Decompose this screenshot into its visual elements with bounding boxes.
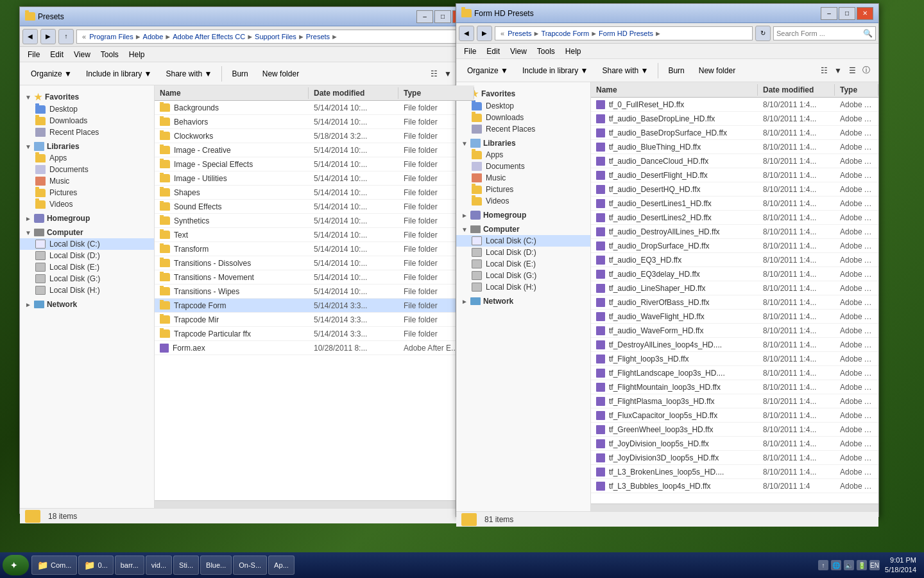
right-sidebar-music[interactable]: Music <box>456 172 590 184</box>
right-menu-view[interactable]: View <box>505 46 532 57</box>
col-header-date[interactable]: Date modified <box>309 87 398 99</box>
col-header-type[interactable]: Type <box>398 87 474 99</box>
table-row[interactable]: Text 5/14/2014 10:... File folder <box>155 228 474 242</box>
right-maximize-button[interactable]: □ <box>839 7 855 20</box>
right-sidebar-drive-h[interactable]: Local Disk (H:) <box>456 281 590 293</box>
network-header[interactable]: ► Network <box>20 299 154 310</box>
table-row[interactable]: Behaviors 5/14/2014 10:... File folder <box>155 115 474 129</box>
sidebar-item-apps[interactable]: Apps <box>20 152 154 164</box>
table-row[interactable]: Image - Creative 5/14/2014 10:... File f… <box>155 143 474 157</box>
right-organize-button[interactable]: Organize ▼ <box>461 62 514 80</box>
burn-button[interactable]: Burn <box>226 65 253 83</box>
right-help-button[interactable]: ⓘ <box>859 64 873 78</box>
table-row[interactable]: Backgrounds 5/14/2014 10:... File folder <box>155 101 474 115</box>
table-row[interactable]: tf_L3_Bubbles_loop4s_HD.ffx 8/10/2011 1:… <box>591 479 878 493</box>
right-homegroup-header[interactable]: ► Homegroup <box>456 209 590 221</box>
sidebar-item-recent-places[interactable]: Recent Places <box>20 127 154 138</box>
view-options-button[interactable]: ▼ <box>441 67 455 81</box>
table-row[interactable]: Trapcode Particular ffx 5/14/2014 3:3...… <box>155 327 474 341</box>
search-input[interactable] <box>776 30 860 37</box>
col-header-name[interactable]: Name <box>155 87 309 99</box>
right-path-presets[interactable]: Presets <box>508 30 531 37</box>
table-row[interactable]: tf_FlightLandscape_loop3s_HD.... 8/10/20… <box>591 366 878 380</box>
table-row[interactable]: tf_GreenWheel_loop3s_HD.ffx 8/10/2011 1:… <box>591 423 878 437</box>
search-box[interactable]: 🔍 <box>773 26 876 40</box>
table-row[interactable]: tf_DestroyAllLines_loop4s_HD.... 8/10/20… <box>591 338 878 352</box>
table-row[interactable]: tf_FlightMountain_loop3s_HD.ffx 8/10/201… <box>591 380 878 394</box>
sidebar-item-drive-c[interactable]: Local Disk (C:) <box>20 238 154 250</box>
sidebar-item-desktop[interactable]: Desktop <box>20 103 154 115</box>
table-row[interactable]: tf_audio_WaveForm_HD.ffx 8/10/2011 1:4..… <box>591 324 878 338</box>
table-row[interactable]: tf_FlightPlasma_loop3s_HD.ffx 8/10/2011 … <box>591 394 878 408</box>
table-row[interactable]: tf_0_FullReset_HD.ffx 8/10/2011 1:4... A… <box>591 98 878 112</box>
sidebar-item-downloads[interactable]: Downloads <box>20 115 154 127</box>
table-row[interactable]: tf_audio_LineShaper_HD.ffx 8/10/2011 1:4… <box>591 281 878 295</box>
taskbar-item-8[interactable]: Ap... <box>268 556 295 575</box>
right-path-formhd[interactable]: Form HD Presets <box>599 30 653 37</box>
taskbar-item-2[interactable]: 📁 0... <box>78 556 113 575</box>
right-view-details-button[interactable]: ☷ <box>817 64 831 78</box>
right-menu-help[interactable]: Help <box>560 46 586 57</box>
table-row[interactable]: tf_audio_BaseDropSurface_HD.ffx 8/10/201… <box>591 126 878 140</box>
right-menu-tools[interactable]: Tools <box>532 46 560 57</box>
sidebar-item-drive-e[interactable]: Local Disk (E:) <box>20 261 154 273</box>
view-details-button[interactable]: ☷ <box>427 67 441 81</box>
table-row[interactable]: tf_audio_DesertLines1_HD.ffx 8/10/2011 1… <box>591 197 878 211</box>
table-row[interactable]: tf_audio_BaseDropLine_HD.ffx 8/10/2011 1… <box>591 112 878 126</box>
table-row[interactable]: tf_audio_WaveFlight_HD.ffx 8/10/2011 1:4… <box>591 310 878 324</box>
right-sidebar-drive-e[interactable]: Local Disk (E:) <box>456 258 590 270</box>
taskbar-item-5[interactable]: Sti... <box>173 556 199 575</box>
right-back-button[interactable]: ◀ <box>459 26 474 41</box>
menu-tools[interactable]: Tools <box>96 49 124 60</box>
taskbar-item-1[interactable]: 📁 Com... <box>31 556 77 575</box>
table-row[interactable]: Transitions - Movement 5/14/2014 10:... … <box>155 270 474 285</box>
table-row[interactable]: tf_audio_DesertFlight_HD.ffx 8/10/2011 1… <box>591 168 878 182</box>
table-row[interactable]: tf_audio_DesertHQ_HD.ffx 8/10/2011 1:4..… <box>591 182 878 197</box>
forward-button[interactable]: ▶ <box>40 29 56 44</box>
right-col-header-type[interactable]: Type <box>835 84 878 96</box>
right-sidebar-downloads[interactable]: Downloads <box>456 112 590 123</box>
menu-edit[interactable]: Edit <box>45 49 69 60</box>
table-row[interactable]: Transform 5/14/2014 10:... File folder <box>155 242 474 256</box>
right-horizontal-scrollbar[interactable] <box>591 504 878 511</box>
right-path-trapcode[interactable]: Trapcode Form <box>541 30 589 37</box>
taskbar-item-3[interactable]: barr... <box>115 556 144 575</box>
right-sidebar-drive-c[interactable]: Local Disk (C:) <box>456 235 590 247</box>
right-close-button[interactable]: ✕ <box>857 7 873 20</box>
path-program-files[interactable]: Program Files <box>89 33 133 40</box>
sidebar-item-drive-d[interactable]: Local Disk (D:) <box>20 250 154 261</box>
table-row[interactable]: Trapcode Form 5/14/2014 3:3... File fold… <box>155 299 474 313</box>
new-folder-button[interactable]: New folder <box>257 65 305 83</box>
table-row[interactable]: tf_L3_BrokenLines_loop5s_HD.... 8/10/201… <box>591 465 878 479</box>
computer-header[interactable]: ▼ Computer <box>20 227 154 238</box>
right-burn-button[interactable]: Burn <box>662 62 690 80</box>
table-row[interactable]: tf_Flight_loop3s_HD.ffx 8/10/2011 1:4...… <box>591 352 878 366</box>
right-menu-edit[interactable]: Edit <box>481 46 505 57</box>
right-menu-file[interactable]: File <box>459 46 481 57</box>
share-with-button[interactable]: Share with ▼ <box>160 65 218 83</box>
table-row[interactable]: Sound Effects 5/14/2014 10:... File fold… <box>155 200 474 214</box>
right-col-header-date[interactable]: Date modified <box>758 84 835 96</box>
taskbar-item-4[interactable]: vid... <box>146 556 172 575</box>
path-adobe[interactable]: Adobe <box>143 33 164 40</box>
right-minimize-button[interactable]: – <box>821 7 837 20</box>
table-row[interactable]: Transitions - Dissolves 5/14/2014 10:...… <box>155 256 474 270</box>
taskbar-item-7[interactable]: On-S... <box>233 556 267 575</box>
right-sidebar-apps[interactable]: Apps <box>456 149 590 161</box>
table-row[interactable]: Synthetics 5/14/2014 10:... File folder <box>155 214 474 228</box>
menu-file[interactable]: File <box>22 49 45 60</box>
table-row[interactable]: tf_audio_BlueThing_HD.ffx 8/10/2011 1:4.… <box>591 140 878 154</box>
sidebar-item-drive-g[interactable]: Local Disk (G:) <box>20 273 154 285</box>
table-row[interactable]: tf_audio_EQ3_HD.ffx 8/10/2011 1:4... Ado… <box>591 253 878 267</box>
left-horizontal-scrollbar[interactable] <box>155 500 474 508</box>
table-row[interactable]: tf_audio_EQ3delay_HD.ffx 8/10/2011 1:4..… <box>591 267 878 281</box>
include-library-button[interactable]: Include in library ▼ <box>80 65 158 83</box>
sidebar-item-pictures[interactable]: Pictures <box>20 187 154 198</box>
taskbar-item-6[interactable]: Blue... <box>200 556 232 575</box>
table-row[interactable]: Trapcode Mir 5/14/2014 3:3... File folde… <box>155 313 474 327</box>
right-refresh-button[interactable]: ↻ <box>755 26 771 41</box>
right-share-with-button[interactable]: Share with ▼ <box>597 62 654 80</box>
right-view-panes-button[interactable]: ☰ <box>845 64 859 78</box>
sidebar-item-drive-h[interactable]: Local Disk (H:) <box>20 285 154 296</box>
libraries-header[interactable]: ▼ Libraries <box>20 141 154 152</box>
